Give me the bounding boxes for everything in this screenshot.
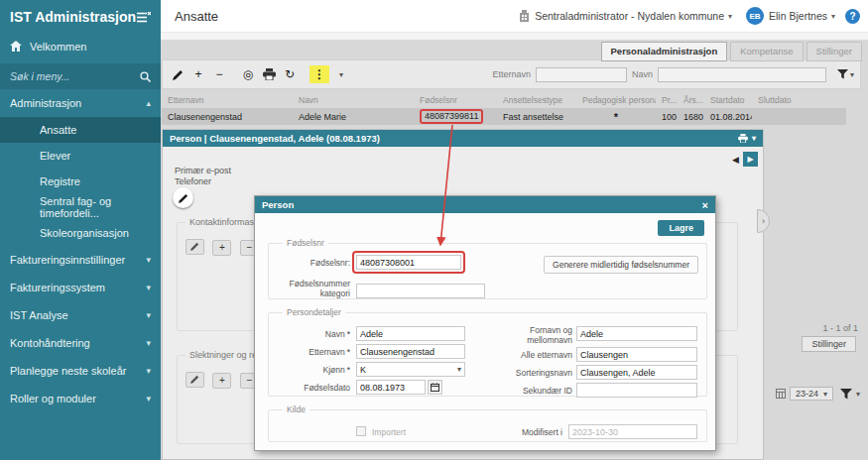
cell-etternavn: Clausenengenstad: [162, 112, 293, 122]
chevron-down-icon: ▾: [728, 12, 732, 21]
add-icon[interactable]: +: [189, 65, 207, 83]
chevron-down-icon[interactable]: ▾: [752, 134, 756, 143]
record-count: 1 - 1 of 1: [822, 323, 858, 333]
edit-icon[interactable]: [169, 65, 186, 83]
role-selector[interactable]: Sentraladministrator - Nydalen kommune: [535, 10, 724, 22]
col-ansettelsestype[interactable]: Ansettelsestype: [497, 95, 576, 105]
table-header-row: Etternavn Navn Fødselsnr Ansettelsestype…: [162, 93, 846, 108]
persondetaljer-legend: Persondetaljer: [283, 307, 345, 317]
importert-checkbox[interactable]: [356, 426, 366, 436]
label-text: Kjønn: [322, 365, 344, 375]
add-icon[interactable]: +: [212, 240, 231, 256]
sidebar-item-sentral-fag[interactable]: Sentral fag- og timefordeli...: [0, 194, 161, 220]
sidebar-item-label: Elever: [40, 150, 70, 162]
print-icon[interactable]: [260, 65, 278, 83]
col-startdato[interactable]: Startdato: [704, 95, 752, 105]
print-icon[interactable]: [738, 134, 748, 143]
tab-personaladministrasjon[interactable]: Personaladministrasjon: [601, 42, 728, 61]
avatar[interactable]: EB: [746, 7, 764, 25]
previous-record-icon[interactable]: ◀: [732, 155, 739, 165]
section-label: Planlegge neste skoleår: [10, 365, 126, 377]
add-icon[interactable]: +: [212, 373, 231, 389]
sidebar-item-elever[interactable]: Elever: [0, 143, 161, 169]
close-icon[interactable]: ×: [702, 199, 708, 211]
tab-stillinger[interactable]: Stillinger: [806, 42, 862, 61]
navn-input[interactable]: [356, 326, 465, 341]
sekundar-id-input[interactable]: [576, 383, 697, 398]
kjonn-label: Kjønn*: [273, 365, 350, 375]
sidebar-section-faktureringssystem[interactable]: Faktureringssystem ▾: [0, 274, 161, 301]
kilde-legend: Kilde: [283, 404, 310, 414]
sidebar-item-skoleorganisasjon[interactable]: Skoleorganisasjon: [0, 220, 161, 246]
col-ars[interactable]: Års...: [678, 95, 704, 105]
home-icon: [10, 41, 22, 52]
details-icon[interactable]: ◎: [239, 65, 257, 83]
sidebar-collapse-icon[interactable]: [137, 12, 151, 23]
fodselsnummer-kategori-input[interactable]: [356, 284, 485, 298]
help-icon[interactable]: ?: [845, 9, 860, 24]
cell-navn: Adele Marie: [293, 112, 414, 122]
col-sluttdato[interactable]: Sluttdato: [752, 95, 846, 105]
tab-kompetanse[interactable]: Kompetanse: [730, 42, 803, 61]
stillinger-section-tab[interactable]: Stillinger: [802, 336, 856, 352]
save-button[interactable]: Lagre: [658, 220, 704, 236]
next-record-icon[interactable]: ▶: [743, 152, 758, 167]
school-year-select[interactable]: 23-24 ▾: [790, 387, 833, 401]
sorteringsnavn-input[interactable]: [576, 365, 697, 380]
cell-startdato: 01.08.2014: [704, 112, 752, 122]
funnel-icon[interactable]: [840, 389, 852, 400]
sidebar-item-registre[interactable]: Registre: [0, 169, 161, 194]
sidebar-item-label: Skoleorganisasjon: [40, 227, 129, 239]
edit-person-button[interactable]: [173, 187, 193, 208]
calendar-icon[interactable]: [428, 380, 442, 395]
sidebar-section-planlegge[interactable]: Planlegge neste skoleår ▾: [0, 357, 161, 385]
table-row[interactable]: Clausenengenstad Adele Marie 48087399811…: [162, 108, 846, 125]
chevron-up-icon: ▴: [146, 98, 151, 108]
etternavn-filter-input[interactable]: [536, 67, 627, 82]
sidebar-search[interactable]: Søk i meny...: [0, 63, 161, 89]
edit-icon[interactable]: [186, 372, 204, 388]
fodselsdato-label: Fødselsdato: [273, 383, 350, 393]
refresh-icon[interactable]: ↻: [281, 65, 299, 83]
sidebar-section-kontohandtering[interactable]: Kontohåndtering ▾: [0, 329, 161, 357]
fornavn-mellomnavn-input[interactable]: [576, 326, 697, 341]
person-panel-title: Person | Clausenengenstad, Adele (08.08.…: [170, 133, 380, 144]
sidebar-section-roller[interactable]: Roller og moduler ▾: [0, 385, 161, 412]
cell-pedagogisk: *: [576, 111, 656, 123]
etternavn-input[interactable]: [356, 344, 465, 359]
edit-icon[interactable]: [186, 239, 204, 255]
etternavn-label: Etternavn*: [273, 347, 350, 357]
generate-fodselsnummer-button[interactable]: Generere midlertidig fødselsnummer: [544, 256, 698, 274]
required-marker: *: [347, 365, 350, 375]
col-pedagogisk[interactable]: Pedagogisk personale: [576, 95, 656, 105]
etternavn-filter-label: Etternavn: [492, 69, 531, 79]
chevron-down-icon: ▾: [823, 390, 827, 399]
remove-icon[interactable]: −: [210, 65, 228, 83]
page-title: Ansatte: [175, 9, 218, 24]
fodselsdato-input[interactable]: [356, 380, 426, 395]
navn-filter-input[interactable]: [658, 67, 826, 82]
chevron-down-icon[interactable]: ▾: [856, 390, 860, 399]
sidebar-section-faktureringsinnstillinger[interactable]: Faktureringsinnstillinger ▾: [0, 246, 161, 274]
filter-menu[interactable]: ▾: [837, 69, 854, 79]
panel-expand-handle[interactable]: ›: [757, 209, 770, 233]
col-navn[interactable]: Navn: [293, 95, 414, 105]
importert-label: Importert: [372, 427, 432, 437]
person-modal: Person × Lagre Fødselsnr Fødselsnr: Gene…: [254, 195, 716, 451]
col-pr[interactable]: Pr...: [656, 95, 678, 105]
section-label: Administrasjon: [10, 97, 81, 109]
kjonn-select[interactable]: K ▾: [356, 362, 465, 377]
col-fodselsnr[interactable]: Fødselsnr: [414, 95, 497, 105]
col-etternavn[interactable]: Etternavn: [162, 95, 293, 105]
record-pager: ◀ ▶: [732, 152, 758, 167]
search-placeholder: Søk i meny...: [10, 70, 69, 82]
user-menu[interactable]: Elin Bjertnes: [769, 10, 827, 22]
chevron-down-icon[interactable]: ▾: [332, 65, 350, 83]
sidebar-section-ist-analyse[interactable]: IST Analyse ▾: [0, 301, 161, 329]
sidebar-item-velkommen[interactable]: Velkommen: [0, 32, 161, 60]
sidebar-section-administrasjon[interactable]: Administrasjon ▴: [0, 89, 161, 117]
fodselsnr-input[interactable]: [356, 255, 461, 270]
alle-etternavn-input[interactable]: [576, 347, 697, 362]
sidebar-item-ansatte[interactable]: Ansatte: [0, 117, 161, 143]
more-actions-icon[interactable]: ⋮: [310, 65, 329, 83]
